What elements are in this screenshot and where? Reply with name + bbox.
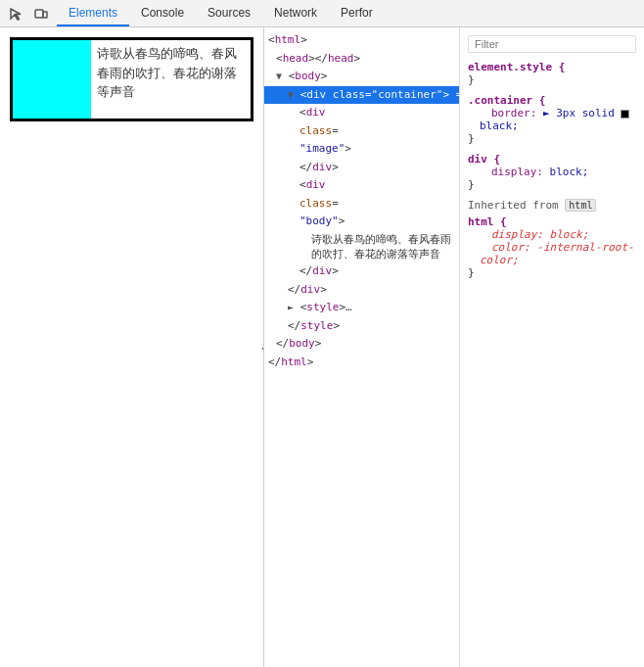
- css-selector-element-style: element.style {: [468, 61, 636, 73]
- tree-body-div-class-val[interactable]: "body">: [264, 213, 459, 231]
- resize-handle-icon[interactable]: ⟺: [261, 338, 264, 357]
- select-element-icon[interactable]: [6, 4, 25, 24]
- tree-container-div[interactable]: ▼ <div class="container"> =: [264, 86, 459, 105]
- css-close-div: }: [468, 178, 636, 191]
- css-close-container: }: [468, 132, 636, 145]
- css-rule-html-display: display: block;: [468, 228, 636, 241]
- tab-sources[interactable]: Sources: [196, 0, 262, 26]
- tree-image-div-open[interactable]: <div: [264, 104, 459, 122]
- tree-body-close[interactable]: </body>: [264, 335, 459, 354]
- tab-network[interactable]: Network: [262, 0, 329, 26]
- styles-inner: element.style { } .container { border: ►…: [460, 27, 644, 291]
- toolbar-icons: [0, 4, 57, 24]
- svg-rect-0: [35, 10, 43, 18]
- main-content: 诗歌从春鸟的啼鸣、春风春雨的吹打、春花的谢落等声音 ⟺ <html> <head…: [0, 27, 644, 667]
- filter-bar: [468, 35, 636, 53]
- device-toggle-icon[interactable]: [31, 4, 51, 24]
- devtools-toolbar: Elements Console Sources Network Perfor: [0, 0, 644, 27]
- tree-image-div-class-val[interactable]: "image">: [264, 140, 459, 159]
- inherited-tag-html: html: [565, 199, 596, 212]
- preview-panel: 诗歌从春鸟的啼鸣、春风春雨的吹打、春花的谢落等声音 ⟺: [0, 27, 264, 667]
- tree-head[interactable]: <head></head>: [264, 50, 459, 69]
- tab-bar: Elements Console Sources Network Perfor: [57, 0, 644, 26]
- css-rule-display: display: block;: [468, 166, 636, 178]
- preview-text: 诗歌从春鸟的啼鸣、春风春雨的吹打、春花的谢落等声音: [91, 40, 251, 119]
- css-selector-div: div {: [468, 153, 636, 166]
- css-block-div: div { display: block; }: [468, 153, 636, 191]
- tree-image-div-class[interactable]: class=: [264, 122, 459, 141]
- css-close-element-style: }: [468, 73, 636, 86]
- css-rule-html-color: color: -internal-root-color;: [468, 241, 636, 266]
- preview-inner: 诗歌从春鸟的啼鸣、春风春雨的吹打、春花的谢落等声音: [0, 27, 263, 131]
- tree-body-div-open[interactable]: <div: [264, 176, 459, 195]
- preview-container: 诗歌从春鸟的啼鸣、春风春雨的吹打、春花的谢落等声音: [10, 37, 253, 121]
- svg-rect-1: [43, 12, 47, 18]
- tree-html-open[interactable]: <html>: [264, 31, 459, 50]
- color-swatch-black: [621, 110, 629, 119]
- tree-style-collapsed[interactable]: ► <style>…: [264, 299, 459, 317]
- tree-body-div-close[interactable]: </div>: [264, 262, 459, 281]
- tree-style-close[interactable]: </style>: [264, 317, 459, 336]
- css-block-element-style: element.style { }: [468, 61, 636, 86]
- devtools-panel: <html> <head></head> ▼ <body> ▼ <div cla…: [264, 27, 644, 667]
- tree-html-close[interactable]: </html>: [264, 354, 459, 372]
- css-block-container: .container { border: ► 3px solid black; …: [468, 94, 636, 145]
- styles-panel: element.style { } .container { border: ►…: [460, 27, 644, 667]
- css-selector-html: html {: [468, 215, 636, 228]
- tree-text-content: 诗歌从春鸟的啼鸣、春风春雨的吹打、春花的谢落等声音: [264, 231, 459, 263]
- filter-input[interactable]: [475, 38, 629, 50]
- tree-body-open[interactable]: ▼ <body>: [264, 68, 459, 86]
- inherited-from-label: Inherited from html: [468, 199, 636, 212]
- css-close-html: }: [468, 266, 636, 279]
- css-block-html: html { display: block; color: -internal-…: [468, 215, 636, 279]
- elements-panel: <html> <head></head> ▼ <body> ▼ <div cla…: [264, 27, 460, 667]
- tree-container-div-close[interactable]: </div>: [264, 281, 459, 300]
- css-rule-border: border: ► 3px solid black;: [468, 107, 636, 132]
- css-selector-container: .container {: [468, 94, 636, 107]
- tab-elements[interactable]: Elements: [57, 0, 129, 26]
- tree-image-div-close[interactable]: </div>: [264, 159, 459, 177]
- tab-console[interactable]: Console: [129, 0, 196, 26]
- preview-image-box: [13, 40, 91, 119]
- tree-body-div-class[interactable]: class=: [264, 195, 459, 214]
- tab-performance[interactable]: Perfor: [329, 0, 385, 26]
